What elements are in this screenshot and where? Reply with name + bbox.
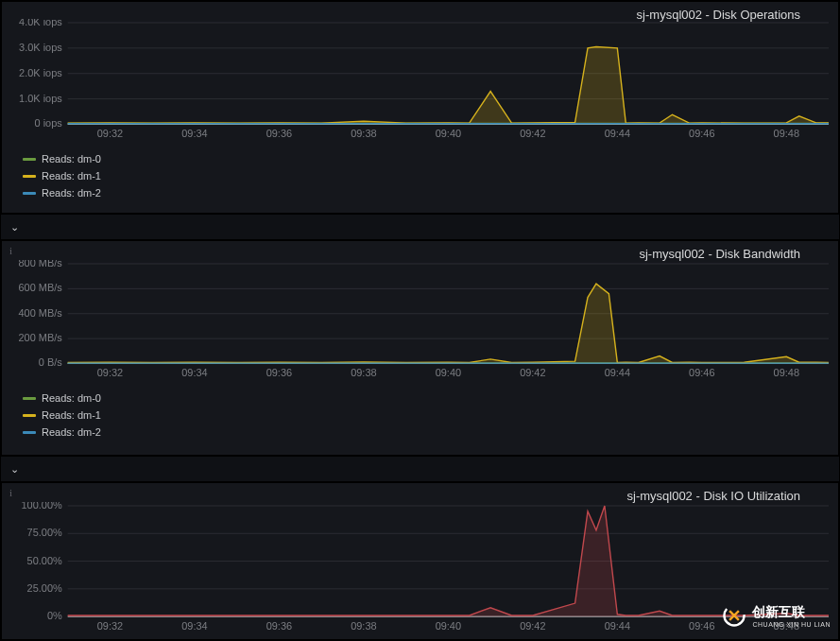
info-icon[interactable]: i (9, 487, 12, 498)
svg-text:09:36: 09:36 (266, 620, 292, 632)
svg-text:09:32: 09:32 (97, 620, 123, 632)
chevron-down-icon: ⌄ (10, 221, 19, 234)
svg-text:0%: 0% (47, 610, 62, 621)
svg-text:09:40: 09:40 (436, 620, 461, 632)
legend-label: Reads: dm-2 (42, 187, 101, 199)
legend-item[interactable]: Reads: dm-0 (23, 153, 101, 165)
svg-text:09:42: 09:42 (520, 620, 545, 632)
svg-text:3.0K iops: 3.0K iops (19, 42, 62, 53)
legend-swatch (23, 431, 36, 434)
panel-title: sj-mysql002 - Disk Bandwidth (639, 247, 800, 261)
svg-text:4.0K iops: 4.0K iops (19, 19, 62, 27)
svg-text:0 B/s: 0 B/s (39, 356, 62, 368)
legend-swatch (23, 192, 36, 195)
svg-text:09:48: 09:48 (774, 620, 799, 632)
legend-label: Reads: dm-0 (42, 153, 101, 165)
panel-disk-bw[interactable]: i sj-mysql002 - Disk Bandwidth 0 B/s200 … (1, 240, 839, 456)
svg-text:09:38: 09:38 (351, 367, 376, 378)
legend-item[interactable]: Reads: dm-2 (23, 187, 101, 199)
svg-text:09:40: 09:40 (436, 128, 461, 139)
svg-text:09:34: 09:34 (181, 367, 207, 378)
panel-disk-io-util[interactable]: i sj-mysql002 - Disk IO Utilization 0%25… (1, 482, 839, 640)
svg-text:09:44: 09:44 (605, 367, 630, 378)
svg-text:09:42: 09:42 (520, 128, 545, 139)
panel-disk-ops[interactable]: sj-mysql002 - Disk Operations 0 iops1.0K… (1, 1, 839, 214)
legend-item[interactable]: Reads: dm-1 (23, 170, 101, 182)
legend-label: Reads: dm-0 (42, 392, 101, 404)
svg-text:09:46: 09:46 (689, 128, 714, 139)
svg-text:09:32: 09:32 (97, 128, 123, 139)
legend-swatch (23, 158, 36, 161)
svg-text:09:38: 09:38 (351, 620, 376, 632)
info-icon[interactable]: i (9, 245, 12, 256)
svg-text:1.0K iops: 1.0K iops (19, 93, 62, 104)
legend-item[interactable]: Reads: dm-0 (23, 392, 101, 404)
chart-disk-bw[interactable]: 0 B/s200 MB/s400 MB/s600 MB/s800 MB/s09:… (2, 260, 838, 381)
legend-disk-ops: Reads: dm-0Reads: dm-1Reads: dm-2 (23, 153, 101, 199)
legend-item[interactable]: Reads: dm-2 (23, 426, 101, 438)
svg-text:09:46: 09:46 (689, 367, 714, 378)
chart-disk-ops[interactable]: 0 iops1.0K iops2.0K iops3.0K iops4.0K io… (2, 19, 838, 142)
svg-text:400 MB/s: 400 MB/s (19, 307, 63, 319)
svg-text:09:34: 09:34 (181, 620, 207, 632)
legend-swatch (23, 175, 36, 178)
svg-text:09:36: 09:36 (266, 128, 292, 139)
svg-text:200 MB/s: 200 MB/s (19, 332, 63, 343)
svg-text:2.0K iops: 2.0K iops (19, 67, 62, 78)
svg-text:09:36: 09:36 (266, 367, 292, 378)
legend-swatch (23, 397, 36, 400)
svg-text:09:48: 09:48 (774, 367, 799, 378)
svg-text:0 iops: 0 iops (35, 117, 63, 129)
legend-disk-bw: Reads: dm-0Reads: dm-1Reads: dm-2 (23, 392, 101, 438)
svg-text:09:44: 09:44 (605, 620, 630, 632)
legend-label: Reads: dm-2 (42, 426, 101, 438)
svg-text:09:46: 09:46 (689, 620, 714, 632)
svg-text:25.00%: 25.00% (27, 582, 62, 594)
panel-title: sj-mysql002 - Disk IO Utilization (627, 489, 801, 503)
svg-text:600 MB/s: 600 MB/s (19, 282, 63, 293)
legend-item[interactable]: Reads: dm-1 (23, 409, 101, 421)
row-toggle-1[interactable]: ⌄ (1, 214, 839, 240)
legend-swatch (23, 414, 36, 417)
svg-text:09:40: 09:40 (436, 367, 461, 378)
svg-text:09:44: 09:44 (605, 128, 630, 139)
svg-text:75.00%: 75.00% (27, 527, 62, 538)
svg-text:09:42: 09:42 (520, 367, 545, 378)
row-toggle-2[interactable]: ⌄ (1, 456, 839, 482)
svg-text:800 MB/s: 800 MB/s (19, 260, 63, 269)
legend-label: Reads: dm-1 (42, 170, 101, 182)
svg-text:09:38: 09:38 (351, 128, 376, 139)
svg-text:50.00%: 50.00% (27, 555, 62, 566)
svg-text:100.00%: 100.00% (22, 502, 62, 511)
svg-text:09:32: 09:32 (97, 367, 123, 378)
chevron-down-icon: ⌄ (10, 463, 19, 476)
chart-disk-io-util[interactable]: 0%25.00%50.00%75.00%100.00%09:3209:3409:… (2, 502, 838, 633)
legend-label: Reads: dm-1 (42, 409, 101, 421)
svg-text:09:34: 09:34 (181, 128, 207, 139)
dashboard: sj-mysql002 - Disk Operations 0 iops1.0K… (0, 0, 840, 641)
svg-text:09:48: 09:48 (774, 128, 799, 139)
